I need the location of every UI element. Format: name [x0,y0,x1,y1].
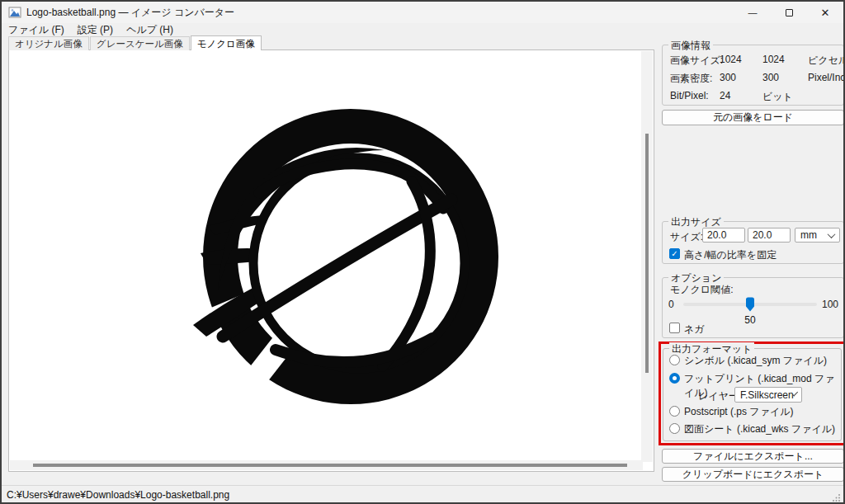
radio-symbol-label[interactable]: シンボル (.kicad_sym ファイル) [684,354,827,368]
image-density-unit: Pixel/Inch [808,72,845,86]
file-path-text: C:¥Users¥drawe¥Downloads¥Logo-basketball… [7,489,229,501]
menu-help[interactable]: ヘルプ (H) [120,23,180,36]
export-to-file-button[interactable]: ファイルにエクスポート... [662,449,844,464]
negative-label: ネガ [684,323,705,337]
image-preview-panel [8,49,654,472]
image-size-unit: ピクセル [808,54,845,68]
tab-monochrome-image[interactable]: モノクロ画像 [191,35,262,50]
status-bar: C:¥Users¥drawe¥Downloads¥Logo-basketball… [2,485,843,504]
image-density-x: 300 [720,72,762,86]
menu-settings[interactable]: 設定 (P) [71,23,120,36]
image-info-title: 画像情報 [668,39,713,53]
radio-worksheet[interactable] [669,423,680,434]
layer-dropdown[interactable]: F.Silkscreen [734,387,802,403]
image-size-height: 1024 [762,54,808,68]
output-width-input[interactable]: 20.0 [702,228,745,243]
chevron-down-icon [828,230,836,238]
lock-ratio-label: 高さ/幅の比率を固定 [684,248,777,262]
preview-tabs: オリジナル画像 グレースケール画像 モノクロ画像 [8,36,262,50]
size-label: サイズ: [670,230,703,244]
app-window: Logo-basketball.png — イメージ コンバーター — ✕ ファ… [0,0,845,504]
image-density-y: 300 [762,72,808,86]
slider-max-label: 100 [822,299,838,310]
image-size-label: 画像サイズ: [670,54,720,68]
load-original-image-button[interactable]: 元の画像をロード [662,110,844,125]
horizontal-scrollbar-thumb[interactable] [33,464,627,467]
basketball-logo-image [10,51,643,462]
horizontal-scrollbar[interactable] [10,460,643,470]
maximize-button[interactable] [771,2,807,23]
image-size-width: 1024 [720,54,762,68]
output-format-group: 出力フォーマット シンボル (.kicad_sym ファイル) フットプリント … [663,348,842,441]
tab-greyscale-image[interactable]: グレースケール画像 [90,36,190,50]
lock-ratio-checkbox[interactable] [669,248,680,259]
vertical-scrollbar-thumb[interactable] [645,134,649,373]
threshold-label: モノクロ閾値: [670,283,733,297]
output-size-group: 出力サイズ サイズ: 20.0 20.0 mm 高さ/幅の比率を固定 [662,221,844,264]
threshold-slider-handle[interactable] [745,297,755,315]
radio-worksheet-label[interactable]: 図面シート (.kicad_wks ファイル) [684,422,835,436]
options-group: オプション モノクロ閾値: 0 100 50 ネガ [662,277,844,338]
radio-postscript-label[interactable]: Postscript (.ps ファイル) [684,405,793,419]
tab-original-image[interactable]: オリジナル画像 [8,36,89,50]
app-icon [8,6,21,19]
export-to-clipboard-button[interactable]: クリップボードにエクスポート [662,467,844,482]
image-info-group: 画像情報 画像サイズ: 1024 1024 ピクセル 画素密度: 300 300… [662,45,844,106]
image-density-label: 画素密度: [670,72,720,86]
minimize-button[interactable]: — [734,2,771,23]
bit-pixel-label: Bit/Pixel: [670,90,720,104]
output-height-input[interactable]: 20.0 [748,228,791,243]
radio-postscript[interactable] [669,406,680,417]
minimize-icon: — [748,7,758,17]
negative-checkbox[interactable] [669,323,680,333]
radio-footprint[interactable] [669,373,680,384]
bit-pixel-unit: ビット [762,90,808,104]
close-button[interactable]: ✕ [807,2,843,23]
threshold-slider-track[interactable]: 50 [683,303,817,306]
close-icon: ✕ [821,7,830,19]
vertical-scrollbar[interactable] [641,51,653,462]
resize-grip-icon[interactable] [833,493,841,502]
radio-symbol[interactable] [669,355,680,365]
maximize-icon [786,9,793,16]
window-title: Logo-basketball.png — イメージ コンバーター [26,6,234,20]
bit-pixel-value: 24 [720,90,762,104]
unit-dropdown[interactable]: mm [795,228,840,243]
slider-min-label: 0 [668,299,674,310]
threshold-value-label: 50 [744,314,755,326]
title-bar: Logo-basketball.png — イメージ コンバーター — ✕ [2,2,843,23]
menu-file[interactable]: ファイル (F) [2,23,71,36]
menu-bar: ファイル (F) 設定 (P) ヘルプ (H) [2,23,843,36]
